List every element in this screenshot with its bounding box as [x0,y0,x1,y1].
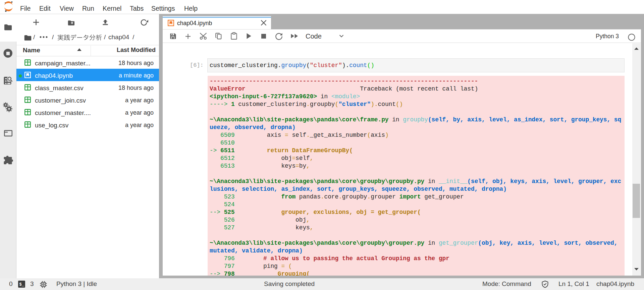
svg-text:$_: $_ [19,282,24,287]
